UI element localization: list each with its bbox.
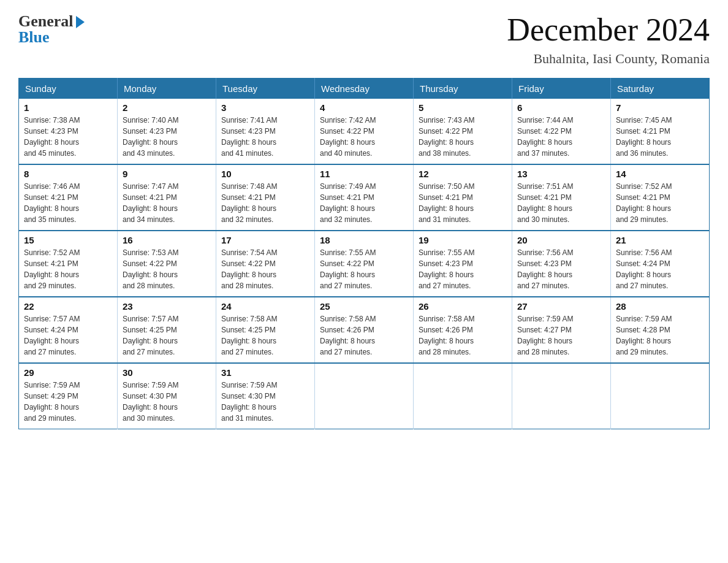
table-row: 5Sunrise: 7:43 AMSunset: 4:22 PMDaylight… [414,99,512,164]
day-info: Sunrise: 7:57 AMSunset: 4:24 PMDaylight:… [24,313,112,358]
col-monday: Monday [118,79,216,99]
day-info: Sunrise: 7:59 AMSunset: 4:29 PMDaylight:… [24,380,112,424]
day-info: Sunrise: 7:42 AMSunset: 4:22 PMDaylight:… [320,115,408,159]
day-info: Sunrise: 7:52 AMSunset: 4:21 PMDaylight:… [616,181,704,225]
day-number: 20 [517,235,605,245]
day-number: 11 [320,169,408,179]
day-number: 30 [123,367,211,378]
day-number: 12 [419,169,507,179]
table-row: 19Sunrise: 7:55 AMSunset: 4:23 PMDayligh… [414,231,512,297]
table-row: 6Sunrise: 7:44 AMSunset: 4:22 PMDaylight… [512,99,611,164]
day-info: Sunrise: 7:56 AMSunset: 4:24 PMDaylight:… [616,247,704,291]
day-number: 31 [221,367,309,378]
day-info: Sunrise: 7:59 AMSunset: 4:30 PMDaylight:… [123,380,211,424]
table-row [315,363,414,429]
day-info: Sunrise: 7:41 AMSunset: 4:23 PMDaylight:… [221,115,309,159]
table-row: 8Sunrise: 7:46 AMSunset: 4:21 PMDaylight… [19,164,118,231]
day-number: 22 [24,301,112,312]
day-number: 29 [24,367,112,378]
day-info: Sunrise: 7:58 AMSunset: 4:26 PMDaylight:… [419,313,507,358]
table-row: 3Sunrise: 7:41 AMSunset: 4:23 PMDaylight… [216,99,315,164]
table-row: 28Sunrise: 7:59 AMSunset: 4:28 PMDayligh… [611,297,710,363]
col-tuesday: Tuesday [216,79,315,99]
day-info: Sunrise: 7:38 AMSunset: 4:23 PMDaylight:… [24,115,112,159]
table-row: 9Sunrise: 7:47 AMSunset: 4:21 PMDaylight… [118,164,216,231]
day-number: 14 [616,169,704,179]
table-row: 21Sunrise: 7:56 AMSunset: 4:24 PMDayligh… [611,231,710,297]
calendar-header-row: Sunday Monday Tuesday Wednesday Thursday… [19,79,710,99]
table-row: 17Sunrise: 7:54 AMSunset: 4:22 PMDayligh… [216,231,315,297]
calendar-week-row: 15Sunrise: 7:52 AMSunset: 4:21 PMDayligh… [19,231,710,297]
calendar-week-row: 8Sunrise: 7:46 AMSunset: 4:21 PMDaylight… [19,164,710,231]
day-number: 23 [123,301,211,312]
day-number: 4 [320,102,408,113]
calendar-week-row: 22Sunrise: 7:57 AMSunset: 4:24 PMDayligh… [19,297,710,363]
calendar-week-row: 1Sunrise: 7:38 AMSunset: 4:23 PMDaylight… [19,99,710,164]
logo: General Blue [18,12,85,47]
day-number: 19 [419,235,507,245]
table-row: 29Sunrise: 7:59 AMSunset: 4:29 PMDayligh… [19,363,118,429]
day-number: 21 [616,235,704,245]
day-number: 16 [123,235,211,245]
day-number: 1 [24,102,112,113]
day-info: Sunrise: 7:45 AMSunset: 4:21 PMDaylight:… [616,115,704,159]
day-number: 28 [616,301,704,312]
day-info: Sunrise: 7:55 AMSunset: 4:22 PMDaylight:… [320,247,408,291]
day-info: Sunrise: 7:52 AMSunset: 4:21 PMDaylight:… [24,247,112,291]
day-info: Sunrise: 7:58 AMSunset: 4:26 PMDaylight:… [320,313,408,358]
day-info: Sunrise: 7:49 AMSunset: 4:21 PMDaylight:… [320,181,408,225]
page-header: General Blue December 2024 Buhalnita, Ia… [18,12,710,67]
col-thursday: Thursday [414,79,512,99]
day-number: 26 [419,301,507,312]
calendar-week-row: 29Sunrise: 7:59 AMSunset: 4:29 PMDayligh… [19,363,710,429]
day-info: Sunrise: 7:44 AMSunset: 4:22 PMDaylight:… [517,115,605,159]
table-row: 16Sunrise: 7:53 AMSunset: 4:22 PMDayligh… [118,231,216,297]
day-number: 27 [517,301,605,312]
table-row: 25Sunrise: 7:58 AMSunset: 4:26 PMDayligh… [315,297,414,363]
day-info: Sunrise: 7:59 AMSunset: 4:27 PMDaylight:… [517,313,605,358]
table-row: 1Sunrise: 7:38 AMSunset: 4:23 PMDaylight… [19,99,118,164]
table-row: 13Sunrise: 7:51 AMSunset: 4:21 PMDayligh… [512,164,611,231]
table-row: 10Sunrise: 7:48 AMSunset: 4:21 PMDayligh… [216,164,315,231]
table-row: 30Sunrise: 7:59 AMSunset: 4:30 PMDayligh… [118,363,216,429]
table-row: 15Sunrise: 7:52 AMSunset: 4:21 PMDayligh… [19,231,118,297]
day-info: Sunrise: 7:59 AMSunset: 4:30 PMDaylight:… [221,380,309,424]
table-row: 24Sunrise: 7:58 AMSunset: 4:25 PMDayligh… [216,297,315,363]
day-number: 10 [221,169,309,179]
main-title: December 2024 [507,12,710,47]
table-row [611,363,710,429]
day-info: Sunrise: 7:54 AMSunset: 4:22 PMDaylight:… [221,247,309,291]
day-info: Sunrise: 7:46 AMSunset: 4:21 PMDaylight:… [24,181,112,225]
table-row: 14Sunrise: 7:52 AMSunset: 4:21 PMDayligh… [611,164,710,231]
logo-blue-text: Blue [18,28,50,47]
day-info: Sunrise: 7:48 AMSunset: 4:21 PMDaylight:… [221,181,309,225]
day-number: 2 [123,102,211,113]
table-row [512,363,611,429]
day-info: Sunrise: 7:55 AMSunset: 4:23 PMDaylight:… [419,247,507,291]
col-wednesday: Wednesday [315,79,414,99]
day-number: 15 [24,235,112,245]
day-info: Sunrise: 7:59 AMSunset: 4:28 PMDaylight:… [616,313,704,358]
day-info: Sunrise: 7:51 AMSunset: 4:21 PMDaylight:… [517,181,605,225]
table-row: 18Sunrise: 7:55 AMSunset: 4:22 PMDayligh… [315,231,414,297]
calendar-table: Sunday Monday Tuesday Wednesday Thursday… [18,78,710,429]
table-row: 20Sunrise: 7:56 AMSunset: 4:23 PMDayligh… [512,231,611,297]
day-info: Sunrise: 7:53 AMSunset: 4:22 PMDaylight:… [123,247,211,291]
day-number: 13 [517,169,605,179]
table-row: 12Sunrise: 7:50 AMSunset: 4:21 PMDayligh… [414,164,512,231]
day-number: 24 [221,301,309,312]
day-number: 25 [320,301,408,312]
table-row: 11Sunrise: 7:49 AMSunset: 4:21 PMDayligh… [315,164,414,231]
table-row: 23Sunrise: 7:57 AMSunset: 4:25 PMDayligh… [118,297,216,363]
day-info: Sunrise: 7:50 AMSunset: 4:21 PMDaylight:… [419,181,507,225]
col-friday: Friday [512,79,611,99]
table-row: 26Sunrise: 7:58 AMSunset: 4:26 PMDayligh… [414,297,512,363]
table-row [414,363,512,429]
day-number: 18 [320,235,408,245]
day-info: Sunrise: 7:58 AMSunset: 4:25 PMDaylight:… [221,313,309,358]
title-section: December 2024 Buhalnita, Iasi County, Ro… [507,12,710,67]
table-row: 4Sunrise: 7:42 AMSunset: 4:22 PMDaylight… [315,99,414,164]
table-row: 7Sunrise: 7:45 AMSunset: 4:21 PMDaylight… [611,99,710,164]
col-sunday: Sunday [19,79,118,99]
day-number: 3 [221,102,309,113]
